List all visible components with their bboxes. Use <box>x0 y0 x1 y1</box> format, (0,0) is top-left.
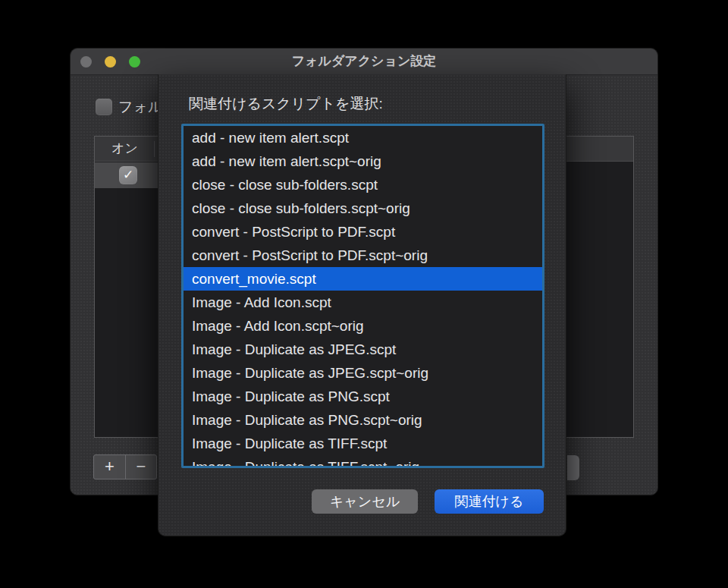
enable-folder-actions-row[interactable]: フォル <box>96 97 162 117</box>
list-item[interactable]: Image - Duplicate as JPEG.scpt~orig <box>184 361 542 385</box>
list-item[interactable]: Image - Duplicate as JPEG.scpt <box>184 338 542 361</box>
sheet-prompt-label: 関連付けるスクリプトを選択: <box>189 94 383 114</box>
cancel-button[interactable]: キャンセル <box>312 489 418 514</box>
window-title: フォルダアクション設定 <box>71 49 657 74</box>
enable-folder-actions-checkbox[interactable] <box>96 99 112 115</box>
remove-folder-button[interactable]: − <box>125 455 156 479</box>
enable-folder-actions-label: フォル <box>118 97 162 117</box>
list-item[interactable]: Image - Duplicate as PNG.scpt~orig <box>184 408 542 432</box>
list-item[interactable]: Image - Duplicate as PNG.scpt <box>184 385 542 408</box>
list-item[interactable]: convert - PostScript to PDF.scpt~orig <box>184 244 542 267</box>
choose-script-sheet: 関連付けるスクリプトを選択: add - new item alert.scpt… <box>158 74 566 536</box>
add-remove-buttons: + − <box>93 454 157 480</box>
list-item[interactable]: convert - PostScript to PDF.scpt <box>184 220 542 244</box>
edit-script-button-partial[interactable] <box>567 455 579 480</box>
list-item[interactable]: Image - Duplicate as TIFF.scpt <box>184 432 542 455</box>
row-enabled-checkbox[interactable]: ✓ <box>119 166 137 184</box>
list-item[interactable]: close - close sub-folders.scpt~orig <box>184 197 542 220</box>
attach-button[interactable]: 関連付ける <box>435 489 544 514</box>
list-item[interactable]: close - close sub-folders.scpt <box>184 173 542 197</box>
titlebar[interactable]: フォルダアクション設定 <box>71 49 657 75</box>
list-item[interactable]: Image - Add Icon.scpt <box>184 291 542 314</box>
list-item[interactable]: add - new item alert.scpt <box>184 126 542 149</box>
list-item[interactable]: Image - Add Icon.scpt~orig <box>184 314 542 338</box>
list-item[interactable]: Image - Duplicate as TIFF.scpt~orig <box>184 455 542 468</box>
on-column-header: オン <box>111 137 138 161</box>
add-folder-button[interactable]: + <box>94 455 125 479</box>
script-list[interactable]: add - new item alert.scptadd - new item … <box>181 124 544 468</box>
list-item[interactable]: convert_movie.scpt <box>184 267 542 291</box>
column-divider[interactable] <box>154 141 155 157</box>
list-item[interactable]: add - new item alert.scpt~orig <box>184 149 542 173</box>
